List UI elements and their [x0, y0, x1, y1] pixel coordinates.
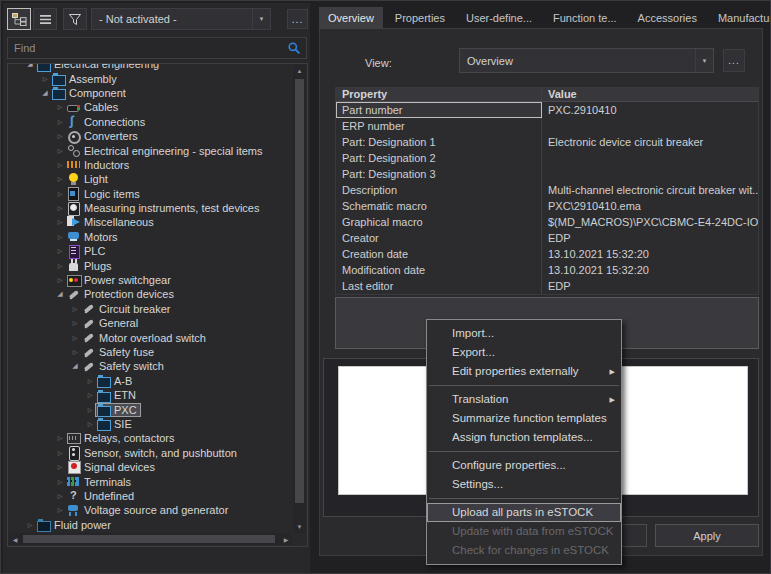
apply-button[interactable]: Apply	[655, 524, 759, 547]
expand-icon[interactable]: ▷	[55, 158, 65, 172]
tree-vertical-scrollbar[interactable]: ▲ ▼	[293, 65, 306, 533]
expand-icon[interactable]: ▷	[55, 115, 65, 129]
expand-icon[interactable]: ▷	[55, 259, 65, 273]
table-row[interactable]: CreatorEDP	[336, 230, 758, 246]
tab-user-define[interactable]: User-define...	[457, 7, 541, 29]
tree-item[interactable]: ◢Component	[9, 86, 292, 100]
property-cell[interactable]: Modification date	[336, 262, 542, 278]
tree-item[interactable]: ▷Motor overload switch	[9, 330, 292, 344]
expand-icon[interactable]: ▷	[55, 215, 65, 229]
tree-item[interactable]: ▷Miscellaneous	[9, 215, 292, 229]
tree-item[interactable]: ▷PLC	[9, 244, 292, 258]
view-dropdown[interactable]: Overview ▼	[459, 48, 714, 73]
property-cell[interactable]: Creator	[336, 230, 542, 246]
tree-item[interactable]: ▷A-B	[9, 374, 292, 388]
tree-view-button[interactable]	[7, 8, 31, 30]
property-cell[interactable]: Part: Designation 1	[336, 134, 542, 150]
menu-item-assign-function-templates[interactable]: Assign function templates...	[427, 428, 621, 447]
menu-item-upload-all-parts-in-estock[interactable]: Upload all parts in eSTOCK	[427, 503, 621, 522]
value-cell[interactable]: $(MD_MACROS)\PXC\CBMC-E4-24DC-IOL...	[542, 214, 758, 230]
scroll-right-icon[interactable]: ▶	[280, 533, 292, 545]
tree-item[interactable]: ▷Circuit breaker	[9, 302, 292, 316]
value-cell[interactable]: EDP	[542, 230, 758, 246]
menu-item-settings[interactable]: Settings...	[427, 475, 621, 494]
value-cell[interactable]: Multi-channel electronic circuit breaker…	[542, 182, 758, 198]
expand-icon[interactable]: ▷	[55, 129, 65, 143]
expand-icon[interactable]: ▷	[70, 331, 80, 345]
expand-icon[interactable]: ▷	[55, 201, 65, 215]
property-cell[interactable]: Last editor	[336, 278, 542, 294]
scheme-more-button[interactable]: ...	[287, 9, 308, 29]
tree-item[interactable]: ▷Fluid power	[9, 518, 292, 532]
scheme-dropdown[interactable]: - Not activated - ▼	[91, 8, 271, 30]
value-cell[interactable]: 13.10.2021 15:32:20	[542, 246, 758, 262]
value-cell[interactable]: EDP	[542, 278, 758, 294]
menu-item-configure-properties[interactable]: Configure properties...	[427, 456, 621, 475]
value-cell[interactable]: PXC\2910410.ema	[542, 198, 758, 214]
expand-icon[interactable]: ▷	[55, 187, 65, 201]
tab-manufactur[interactable]: Manufactur...	[709, 7, 771, 29]
expand-icon[interactable]: ▷	[55, 460, 65, 474]
expand-icon[interactable]: ▷	[55, 475, 65, 489]
table-row[interactable]: Modification date13.10.2021 15:32:20	[336, 262, 758, 278]
tree-item[interactable]: ▷Sensor, switch, and pushbutton	[9, 446, 292, 460]
vertical-scrollbar-thumb[interactable]	[295, 79, 304, 503]
tree-horizontal-scrollbar[interactable]: ◀ ▶	[9, 533, 292, 545]
scroll-left-icon[interactable]: ◀	[9, 533, 21, 545]
scroll-down-icon[interactable]: ▼	[293, 521, 306, 533]
tree-item[interactable]: ▷Voltage source and generator	[9, 503, 292, 517]
property-cell[interactable]: Part: Designation 3	[336, 166, 542, 182]
expand-icon[interactable]: ▷	[70, 316, 80, 330]
tree-item[interactable]: ▷Inductors	[9, 158, 292, 172]
tab-accessories[interactable]: Accessories	[629, 7, 706, 29]
tree-item[interactable]: ◢Protection devices	[9, 287, 292, 301]
table-row[interactable]: Part: Designation 3	[336, 166, 758, 182]
tree-item[interactable]: ▷Connections	[9, 115, 292, 129]
table-row[interactable]: Creation date13.10.2021 15:32:20	[336, 246, 758, 262]
tree-item[interactable]: ▷Electrical engineering - special items	[9, 143, 292, 157]
table-row[interactable]: Graphical macro$(MD_MACROS)\PXC\CBMC-E4-…	[336, 214, 758, 230]
expand-icon[interactable]: ▷	[85, 417, 95, 431]
expand-icon[interactable]: ▷	[55, 503, 65, 517]
tree-item[interactable]: ▷SIE	[9, 417, 292, 431]
list-view-button[interactable]	[33, 8, 57, 30]
tree-item[interactable]: ▷Light	[9, 172, 292, 186]
collapse-icon[interactable]: ◢	[40, 86, 50, 100]
menu-item-import[interactable]: Import...	[427, 324, 621, 343]
tree-item[interactable]: ▷Motors	[9, 230, 292, 244]
collapse-icon[interactable]: ◢	[55, 287, 65, 301]
tab-function-te[interactable]: Function te...	[544, 7, 626, 29]
menu-item-translation[interactable]: Translation▶	[427, 390, 621, 409]
property-cell[interactable]: Description	[336, 182, 542, 198]
property-cell[interactable]: Part: Designation 2	[336, 150, 542, 166]
find-input[interactable]	[8, 42, 287, 54]
table-row[interactable]: Part: Designation 1Electronic device cir…	[336, 134, 758, 150]
tree-item[interactable]: ▷Safety fuse	[9, 345, 292, 359]
value-cell[interactable]	[542, 150, 758, 166]
tree-item[interactable]: ▷Signal devices	[9, 460, 292, 474]
collapse-icon[interactable]: ◢	[70, 359, 80, 373]
expand-icon[interactable]: ▷	[55, 172, 65, 186]
value-cell[interactable]	[542, 118, 758, 134]
tree-item[interactable]: ▷PXC	[9, 402, 292, 416]
property-cell[interactable]: ERP number	[336, 118, 542, 134]
table-row[interactable]: ERP number	[336, 118, 758, 134]
tree-item[interactable]: ▷Plugs	[9, 258, 292, 272]
table-row[interactable]: Part numberPXC.2910410	[336, 102, 758, 118]
expand-icon[interactable]: ▷	[85, 388, 95, 402]
tree-item[interactable]: ◢Safety switch	[9, 359, 292, 373]
expand-icon[interactable]: ▷	[55, 446, 65, 460]
tree-item[interactable]: ▷Measuring instruments, test devices	[9, 201, 292, 215]
value-cell[interactable]: 13.10.2021 15:32:20	[542, 262, 758, 278]
menu-item-export[interactable]: Export...	[427, 343, 621, 362]
property-cell[interactable]: Graphical macro	[336, 214, 542, 230]
expand-icon[interactable]: ▷	[85, 374, 95, 388]
tree-item[interactable]: ◢Electrical engineering	[9, 63, 292, 71]
expand-icon[interactable]: ▷	[40, 72, 50, 86]
value-cell[interactable]	[542, 166, 758, 182]
tree-item[interactable]: ▷Undefined	[9, 489, 292, 503]
tree-item[interactable]: ▷ETN	[9, 388, 292, 402]
table-row[interactable]: DescriptionMulti-channel electronic circ…	[336, 182, 758, 198]
tree-item[interactable]: ▷Converters	[9, 129, 292, 143]
collapse-icon[interactable]: ◢	[25, 63, 35, 71]
